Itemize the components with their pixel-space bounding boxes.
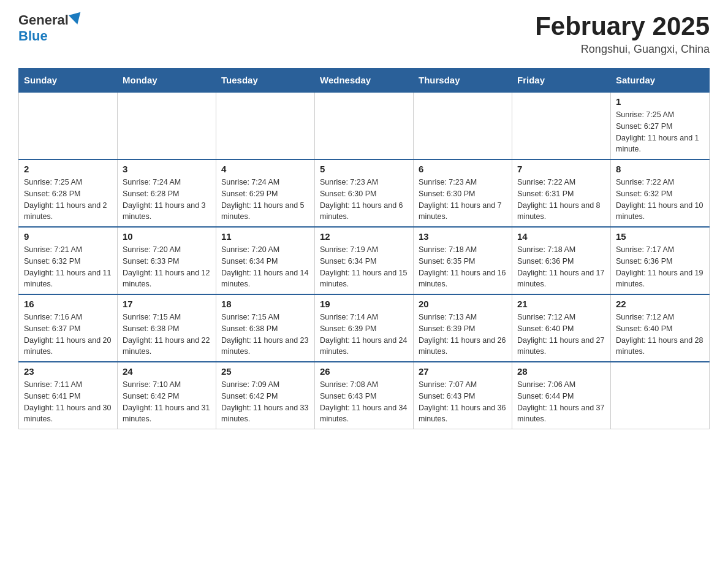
day-number: 13 [419, 231, 507, 242]
calendar-cell: 18Sunrise: 7:15 AMSunset: 6:38 PMDayligh… [216, 294, 315, 362]
title-block: February 2025 Rongshui, Guangxi, China [535, 12, 710, 56]
day-number: 3 [123, 164, 211, 174]
logo-triangle-icon [69, 12, 83, 26]
day-number: 17 [123, 299, 211, 309]
day-number: 7 [517, 164, 605, 174]
calendar-cell: 4Sunrise: 7:24 AMSunset: 6:29 PMDaylight… [216, 159, 315, 227]
calendar-cell: 14Sunrise: 7:18 AMSunset: 6:36 PMDayligh… [512, 227, 611, 294]
calendar-cell: 26Sunrise: 7:08 AMSunset: 6:43 PMDayligh… [315, 362, 414, 429]
day-info: Sunrise: 7:23 AMSunset: 6:30 PMDaylight:… [419, 177, 507, 223]
day-info: Sunrise: 7:13 AMSunset: 6:39 PMDaylight:… [419, 312, 507, 358]
day-number: 6 [419, 164, 507, 174]
day-info: Sunrise: 7:07 AMSunset: 6:43 PMDaylight:… [419, 379, 507, 425]
day-info: Sunrise: 7:14 AMSunset: 6:39 PMDaylight:… [320, 312, 408, 358]
day-number: 8 [616, 164, 704, 174]
calendar-cell: 5Sunrise: 7:23 AMSunset: 6:30 PMDaylight… [315, 159, 414, 227]
day-number: 22 [616, 299, 704, 309]
column-header-friday: Friday [512, 69, 611, 93]
week-row-5: 23Sunrise: 7:11 AMSunset: 6:41 PMDayligh… [19, 362, 710, 429]
calendar-cell [118, 92, 216, 159]
calendar-cell: 11Sunrise: 7:20 AMSunset: 6:34 PMDayligh… [216, 227, 315, 294]
day-number: 12 [320, 231, 408, 242]
day-info: Sunrise: 7:20 AMSunset: 6:34 PMDaylight:… [221, 244, 309, 290]
calendar-cell: 7Sunrise: 7:22 AMSunset: 6:31 PMDaylight… [512, 159, 611, 227]
calendar-cell [19, 92, 118, 159]
day-number: 11 [221, 231, 309, 242]
day-info: Sunrise: 7:21 AMSunset: 6:32 PMDaylight:… [24, 244, 112, 290]
logo-general-text: General [18, 12, 69, 28]
day-info: Sunrise: 7:10 AMSunset: 6:42 PMDaylight:… [123, 379, 211, 425]
day-info: Sunrise: 7:12 AMSunset: 6:40 PMDaylight:… [616, 312, 704, 358]
day-info: Sunrise: 7:15 AMSunset: 6:38 PMDaylight:… [221, 312, 309, 358]
calendar-cell: 10Sunrise: 7:20 AMSunset: 6:33 PMDayligh… [118, 227, 216, 294]
calendar-cell: 15Sunrise: 7:17 AMSunset: 6:36 PMDayligh… [611, 227, 710, 294]
page-header: General Blue February 2025 Rongshui, Gua… [18, 12, 710, 56]
day-info: Sunrise: 7:19 AMSunset: 6:34 PMDaylight:… [320, 244, 408, 290]
day-info: Sunrise: 7:17 AMSunset: 6:36 PMDaylight:… [616, 244, 704, 290]
column-header-saturday: Saturday [611, 69, 710, 93]
day-number: 25 [221, 366, 309, 377]
day-number: 20 [419, 299, 507, 309]
day-info: Sunrise: 7:12 AMSunset: 6:40 PMDaylight:… [517, 312, 605, 358]
calendar-cell: 3Sunrise: 7:24 AMSunset: 6:28 PMDaylight… [118, 159, 216, 227]
calendar-cell: 21Sunrise: 7:12 AMSunset: 6:40 PMDayligh… [512, 294, 611, 362]
calendar-cell: 20Sunrise: 7:13 AMSunset: 6:39 PMDayligh… [414, 294, 512, 362]
logo: General Blue [18, 12, 82, 44]
day-number: 2 [24, 164, 112, 174]
calendar-cell: 19Sunrise: 7:14 AMSunset: 6:39 PMDayligh… [315, 294, 414, 362]
calendar-cell: 12Sunrise: 7:19 AMSunset: 6:34 PMDayligh… [315, 227, 414, 294]
column-header-tuesday: Tuesday [216, 69, 315, 93]
day-number: 15 [616, 231, 704, 242]
calendar-cell: 16Sunrise: 7:16 AMSunset: 6:37 PMDayligh… [19, 294, 118, 362]
day-info: Sunrise: 7:06 AMSunset: 6:44 PMDaylight:… [517, 379, 605, 425]
day-number: 16 [24, 299, 112, 309]
day-number: 26 [320, 366, 408, 377]
calendar-cell [315, 92, 414, 159]
calendar-table: SundayMondayTuesdayWednesdayThursdayFrid… [18, 68, 710, 429]
column-header-monday: Monday [118, 69, 216, 93]
day-info: Sunrise: 7:22 AMSunset: 6:32 PMDaylight:… [616, 177, 704, 223]
week-row-1: 1Sunrise: 7:25 AMSunset: 6:27 PMDaylight… [19, 92, 710, 159]
day-number: 27 [419, 366, 507, 377]
day-info: Sunrise: 7:11 AMSunset: 6:41 PMDaylight:… [24, 379, 112, 425]
calendar-cell: 6Sunrise: 7:23 AMSunset: 6:30 PMDaylight… [414, 159, 512, 227]
calendar-cell: 8Sunrise: 7:22 AMSunset: 6:32 PMDaylight… [611, 159, 710, 227]
calendar-cell: 9Sunrise: 7:21 AMSunset: 6:32 PMDaylight… [19, 227, 118, 294]
day-info: Sunrise: 7:23 AMSunset: 6:30 PMDaylight:… [320, 177, 408, 223]
day-number: 24 [123, 366, 211, 377]
day-number: 10 [123, 231, 211, 242]
day-info: Sunrise: 7:22 AMSunset: 6:31 PMDaylight:… [517, 177, 605, 223]
day-info: Sunrise: 7:15 AMSunset: 6:38 PMDaylight:… [123, 312, 211, 358]
week-row-3: 9Sunrise: 7:21 AMSunset: 6:32 PMDaylight… [19, 227, 710, 294]
day-info: Sunrise: 7:25 AMSunset: 6:27 PMDaylight:… [616, 109, 704, 155]
calendar-cell: 27Sunrise: 7:07 AMSunset: 6:43 PMDayligh… [414, 362, 512, 429]
logo-blue-text: Blue [18, 28, 48, 44]
calendar-cell: 28Sunrise: 7:06 AMSunset: 6:44 PMDayligh… [512, 362, 611, 429]
calendar-header-row: SundayMondayTuesdayWednesdayThursdayFrid… [19, 69, 710, 93]
day-number: 1 [616, 96, 704, 107]
day-number: 14 [517, 231, 605, 242]
calendar-cell: 13Sunrise: 7:18 AMSunset: 6:35 PMDayligh… [414, 227, 512, 294]
calendar-cell: 24Sunrise: 7:10 AMSunset: 6:42 PMDayligh… [118, 362, 216, 429]
day-info: Sunrise: 7:08 AMSunset: 6:43 PMDaylight:… [320, 379, 408, 425]
day-info: Sunrise: 7:25 AMSunset: 6:28 PMDaylight:… [24, 177, 112, 223]
day-info: Sunrise: 7:24 AMSunset: 6:28 PMDaylight:… [123, 177, 211, 223]
calendar-cell [216, 92, 315, 159]
calendar-cell: 17Sunrise: 7:15 AMSunset: 6:38 PMDayligh… [118, 294, 216, 362]
week-row-4: 16Sunrise: 7:16 AMSunset: 6:37 PMDayligh… [19, 294, 710, 362]
day-number: 18 [221, 299, 309, 309]
location: Rongshui, Guangxi, China [535, 43, 710, 56]
day-number: 4 [221, 164, 309, 174]
day-number: 21 [517, 299, 605, 309]
day-number: 28 [517, 366, 605, 377]
column-header-sunday: Sunday [19, 69, 118, 93]
calendar-cell [611, 362, 710, 429]
calendar-cell: 22Sunrise: 7:12 AMSunset: 6:40 PMDayligh… [611, 294, 710, 362]
week-row-2: 2Sunrise: 7:25 AMSunset: 6:28 PMDaylight… [19, 159, 710, 227]
day-info: Sunrise: 7:09 AMSunset: 6:42 PMDaylight:… [221, 379, 309, 425]
day-number: 19 [320, 299, 408, 309]
day-info: Sunrise: 7:20 AMSunset: 6:33 PMDaylight:… [123, 244, 211, 290]
calendar-cell: 2Sunrise: 7:25 AMSunset: 6:28 PMDaylight… [19, 159, 118, 227]
month-title: February 2025 [535, 12, 710, 40]
calendar-cell: 1Sunrise: 7:25 AMSunset: 6:27 PMDaylight… [611, 92, 710, 159]
